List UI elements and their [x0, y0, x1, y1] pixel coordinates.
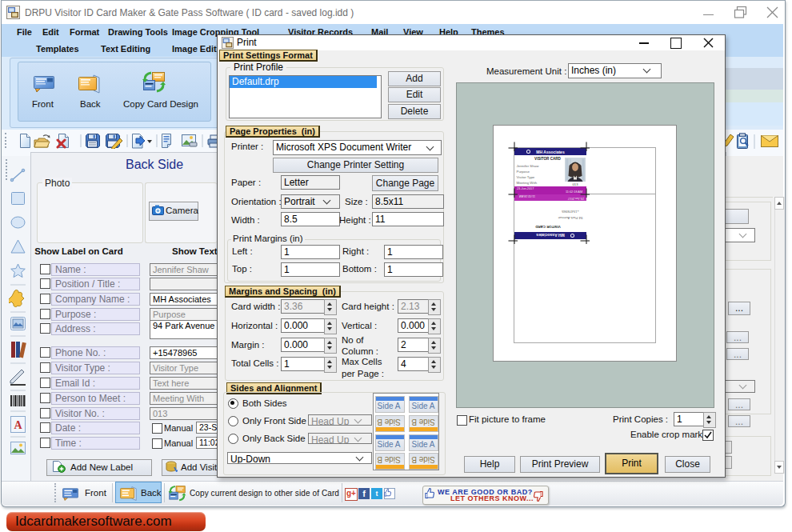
- svg-text:A: A: [14, 419, 22, 431]
